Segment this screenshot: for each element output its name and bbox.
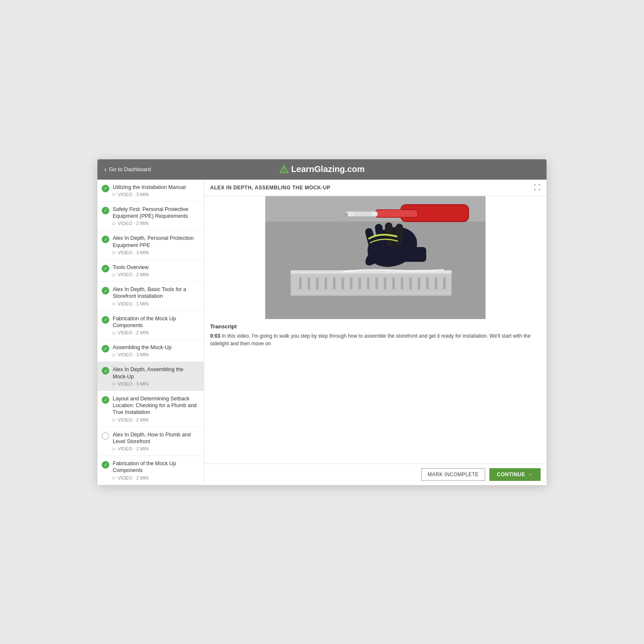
sidebar-item-3[interactable]: ✓Tools Overview▷VIDEO · 2 MIN	[97, 260, 204, 282]
sidebar-item-6[interactable]: ✓Assembling the Mock-Up▷VIDEO · 3 MIN	[97, 340, 204, 362]
transcript-label: Transcript	[210, 323, 541, 330]
sidebar-item-content-2: Alex In Depth, Personal Protection Equip…	[113, 235, 199, 255]
sidebar-item-meta-text-4: VIDEO · 1 MIN	[118, 301, 149, 306]
sidebar-item-title-6: Assembling the Mock-Up	[113, 344, 199, 351]
sidebar-item-icon-3: ✓	[102, 265, 109, 272]
sidebar-item-content-7: Alex In Depth, Assembling the Mock-Up▷VI…	[113, 366, 199, 386]
sidebar-item-icon-9	[102, 432, 109, 440]
svg-rect-27	[435, 278, 437, 289]
video-thumbnail[interactable]	[265, 196, 486, 319]
video-scene-svg	[265, 196, 486, 319]
sidebar-item-title-8: Layout and Determining Setback Location:…	[113, 395, 199, 416]
video-icon-0: ▷	[113, 192, 116, 197]
main-content: ✓Utilizing the Installation Manual▷VIDEO…	[97, 180, 547, 485]
logo-area: LearnGlazing.com	[279, 164, 364, 174]
sidebar-item-meta-9: ▷VIDEO · 2 MIN	[113, 446, 199, 451]
svg-rect-13	[316, 278, 319, 289]
svg-rect-26	[426, 278, 429, 289]
video-icon-3: ▷	[113, 272, 116, 277]
video-icon-1: ▷	[113, 221, 116, 226]
sidebar-item-content-6: Assembling the Mock-Up▷VIDEO · 3 MIN	[113, 344, 199, 357]
sidebar-item-icon-7: ✓	[102, 367, 109, 375]
expand-button[interactable]: ⛶	[534, 184, 541, 192]
top-nav: ‹ Go to Dashboard LearnGlazing.com	[97, 159, 547, 180]
sidebar-item-icon-2: ✓	[102, 236, 109, 243]
sidebar-item-meta-text-7: VIDEO · 3 MIN	[118, 381, 149, 386]
sidebar-item-1[interactable]: ✓Safety First: Personal Protective Equip…	[97, 202, 204, 231]
bottom-bar: MARK INCOMPLETE CONTINUE →	[204, 464, 547, 485]
sidebar-item-title-4: Alex In Depth, Basic Tools for a Storefr…	[113, 286, 199, 300]
continue-label: CONTINUE	[497, 472, 525, 477]
transcript-text: 0:03 In this video, I'm going to walk yo…	[210, 332, 541, 347]
video-icon-4: ▷	[113, 301, 116, 306]
video-section-title: ALEX IN DEPTH, ASSEMBLING THE MOCK-UP	[210, 185, 330, 191]
sidebar-item-content-9: Alex In Depth, How to Plumb and Level St…	[113, 431, 199, 452]
sidebar-item-title-7: Alex In Depth, Assembling the Mock-Up	[113, 366, 199, 380]
sidebar-item-title-3: Tools Overview	[113, 264, 199, 271]
transcript-section: Transcript 0:03 In this video, I'm going…	[204, 319, 547, 351]
sidebar-item-meta-text-9: VIDEO · 2 MIN	[118, 446, 149, 451]
sidebar-item-meta-text-0: VIDEO · 3 MIN	[118, 192, 149, 197]
svg-point-2	[283, 171, 284, 172]
continue-button[interactable]: CONTINUE →	[489, 468, 541, 481]
sidebar-item-meta-1: ▷VIDEO · 2 MIN	[113, 221, 199, 226]
sidebar-item-10[interactable]: ✓Fabrication of the Mock Up Components▷V…	[97, 456, 204, 485]
sidebar-item-title-10: Fabrication of the Mock Up Components	[113, 460, 199, 474]
svg-rect-40	[397, 247, 426, 262]
sidebar-item-0[interactable]: ✓Utilizing the Installation Manual▷VIDEO…	[97, 180, 204, 202]
svg-rect-20	[375, 278, 378, 289]
sidebar-item-8[interactable]: ✓Layout and Determining Setback Location…	[97, 391, 204, 427]
video-icon-7: ▷	[113, 381, 116, 386]
sidebar-item-title-5: Fabrication of the Mock Up Components	[113, 315, 199, 329]
sidebar-item-meta-0: ▷VIDEO · 3 MIN	[113, 192, 199, 197]
video-icon-5: ▷	[113, 330, 116, 335]
video-area: Transcript 0:03 In this video, I'm going…	[204, 196, 547, 464]
video-icon-6: ▷	[113, 353, 116, 357]
video-icon-10: ▷	[113, 475, 116, 480]
sidebar-item-meta-text-10: VIDEO · 2 MIN	[118, 475, 149, 480]
sidebar-item-meta-3: ▷VIDEO · 2 MIN	[113, 272, 199, 277]
sidebar-item-2[interactable]: ✓Alex In Depth, Personal Protection Equi…	[97, 230, 204, 260]
sidebar-item-meta-text-8: VIDEO · 2 MIN	[118, 417, 149, 422]
sidebar-item-meta-text-3: VIDEO · 2 MIN	[118, 272, 149, 277]
sidebar-item-meta-4: ▷VIDEO · 1 MIN	[113, 301, 199, 306]
logo-text: LearnGlazing.com	[291, 164, 364, 174]
svg-rect-28	[443, 278, 446, 289]
sidebar-item-icon-4: ✓	[102, 287, 109, 294]
svg-rect-18	[358, 278, 361, 289]
svg-rect-15	[333, 278, 336, 289]
back-to-dashboard-button[interactable]: ‹ Go to Dashboard	[104, 166, 151, 173]
sidebar-item-9[interactable]: Alex In Depth, How to Plumb and Level St…	[97, 427, 204, 456]
svg-rect-12	[308, 278, 310, 289]
sidebar-item-meta-6: ▷VIDEO · 3 MIN	[113, 352, 199, 357]
sidebar-item-title-1: Safety First: Personal Protective Equipm…	[113, 206, 199, 220]
sidebar-item-icon-10: ✓	[102, 461, 109, 469]
sidebar-item-4[interactable]: ✓Alex In Depth, Basic Tools for a Storef…	[97, 282, 204, 311]
sidebar-item-5[interactable]: ✓Fabrication of the Mock Up Components▷V…	[97, 311, 204, 340]
svg-rect-19	[367, 278, 369, 289]
mark-incomplete-button[interactable]: MARK INCOMPLETE	[421, 468, 485, 481]
svg-rect-23	[401, 278, 403, 289]
sidebar-item-meta-8: ▷VIDEO · 2 MIN	[113, 417, 199, 422]
continue-arrow-icon: →	[528, 472, 533, 477]
sidebar-item-content-3: Tools Overview▷VIDEO · 2 MIN	[113, 264, 199, 277]
sidebar-item-title-2: Alex In Depth, Personal Protection Equip…	[113, 235, 199, 249]
svg-rect-17	[350, 278, 353, 289]
video-icon-9: ▷	[113, 447, 116, 451]
svg-rect-24	[409, 278, 412, 289]
sidebar-item-meta-text-1: VIDEO · 2 MIN	[118, 221, 149, 226]
sidebar-item-7[interactable]: ✓Alex In Depth, Assembling the Mock-Up▷V…	[97, 362, 204, 391]
sidebar: ✓Utilizing the Installation Manual▷VIDEO…	[97, 180, 204, 485]
sidebar-item-icon-6: ✓	[102, 345, 109, 353]
sidebar-item-meta-text-6: VIDEO · 3 MIN	[118, 352, 149, 357]
sidebar-item-title-0: Utilizing the Installation Manual	[113, 184, 199, 191]
back-arrow-icon: ‹	[104, 166, 106, 173]
svg-rect-32	[354, 212, 371, 216]
svg-rect-25	[418, 278, 420, 289]
svg-rect-11	[299, 278, 302, 289]
sidebar-item-icon-0: ✓	[102, 185, 109, 192]
sidebar-item-content-1: Safety First: Personal Protective Equipm…	[113, 206, 199, 226]
svg-rect-21	[384, 278, 386, 289]
svg-marker-33	[344, 212, 348, 217]
video-icon-8: ▷	[113, 417, 116, 422]
